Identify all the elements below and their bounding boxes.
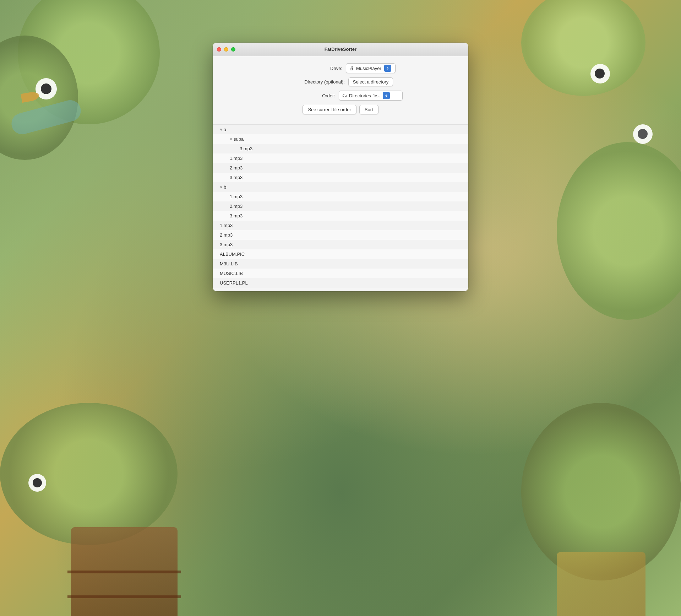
tree-item[interactable]: ∨a [213,125,468,134]
tree-item[interactable]: 3.mp3 [213,240,468,249]
drive-select-arrow [384,65,391,72]
tree-item-label: 3.mp3 [230,213,243,218]
window-content: Drive: 🖨 MusicPlayer Directory (optional… [213,56,468,291]
order-label: Order: [278,93,335,98]
tree-item-label: USERPL1.PL [220,280,248,286]
tree-item-label: 2.mp3 [230,165,243,171]
tree-item-label: suba [234,136,244,142]
drive-select[interactable]: 🖨 MusicPlayer [346,63,396,73]
action-buttons: See current file order Sort [223,105,458,119]
order-row: Order: 🗂 Directories first [223,91,458,101]
tree-item[interactable]: ∨b [213,182,468,192]
tree-item[interactable]: 2.mp3 [213,163,468,173]
chevron-icon: ∨ [220,128,222,131]
tree-item[interactable]: 1.mp3 [213,153,468,163]
tree-item[interactable]: USERPL1.PL [213,278,468,288]
tree-item[interactable]: ALBUM.PIC [213,249,468,259]
tree-item[interactable]: 2.mp3 [213,201,468,211]
tree-item[interactable]: MUSIC.LIB [213,269,468,278]
form-section: Drive: 🖨 MusicPlayer Directory (optional… [213,63,468,124]
tree-item[interactable]: 3.mp3 [213,144,468,153]
folder-icon: 🗂 [342,93,347,98]
titlebar: FatDriveSorter [213,43,468,56]
chevron-icon: ∨ [220,185,222,189]
order-arrow-up-icon [385,94,387,96]
tree-item-label: 3.mp3 [220,242,233,247]
chevron-icon: ∨ [230,137,232,141]
main-window: FatDriveSorter Drive: 🖨 MusicPlayer [213,43,468,291]
tree-item-label: 3.mp3 [240,146,252,151]
drive-row: Drive: 🖨 MusicPlayer [223,63,458,73]
tree-item-label: 2.mp3 [220,232,233,238]
drive-label: Drive: [285,66,342,71]
drive-icon: 🖨 [349,65,354,71]
directory-row: Directory (optional): Select a directory [223,77,458,86]
arrow-down-icon [387,69,389,70]
sort-button[interactable]: Sort [359,105,378,114]
directory-label: Directory (optional): [288,79,345,85]
tree-item[interactable]: 2.mp3 [213,230,468,240]
tree-item[interactable]: 3.mp3 [213,173,468,182]
tree-item[interactable]: 1.mp3 [213,192,468,201]
tree-item-label: 1.mp3 [220,223,233,228]
tree-item-label: 2.mp3 [230,204,243,209]
order-arrow-down-icon [385,96,387,97]
tree-item[interactable]: 3.mp3 [213,211,468,221]
tree-item-label: 3.mp3 [230,175,243,180]
file-tree: ∨a∨suba3.mp31.mp32.mp33.mp3∨b1.mp32.mp33… [213,125,468,288]
tree-item-label: ALBUM.PIC [220,252,245,257]
minimize-button[interactable] [224,47,228,52]
order-value: Directories first [349,93,380,98]
window-title: FatDriveSorter [325,47,356,52]
order-select[interactable]: 🗂 Directories first [339,91,403,101]
tree-item-label: b [224,184,226,190]
tree-item-label: 1.mp3 [230,194,243,199]
close-button[interactable] [217,47,221,52]
tree-item[interactable]: 1.mp3 [213,221,468,230]
tree-item[interactable]: ∨suba [213,134,468,144]
drive-value: MusicPlayer [356,66,381,71]
tree-item-label: 1.mp3 [230,156,243,161]
select-directory-button[interactable]: Select a directory [348,77,393,86]
order-select-arrow [383,92,390,99]
traffic-lights [217,47,235,52]
tree-item-label: MUSIC.LIB [220,271,243,276]
tree-item-label: M3U.LIB [220,261,238,266]
tree-item[interactable]: M3U.LIB [213,259,468,269]
maximize-button[interactable] [231,47,235,52]
tree-item-label: a [224,127,226,132]
see-current-order-button[interactable]: See current file order [303,105,356,114]
arrow-up-icon [387,67,389,68]
